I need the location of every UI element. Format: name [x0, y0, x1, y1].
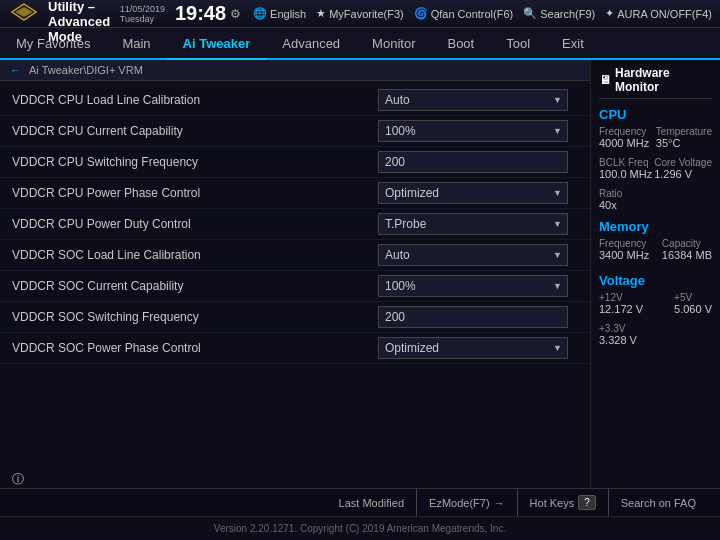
ratio-label: Ratio: [599, 188, 712, 199]
search-label: Search(F9): [540, 8, 595, 20]
mem-cap-label: Capacity: [662, 238, 712, 249]
hotkeys-key: ?: [578, 495, 596, 510]
memory-section-title: Memory: [599, 219, 712, 234]
star-icon: ★: [316, 7, 326, 20]
core-voltage-label: Core Voltage: [654, 157, 712, 168]
ezmode-item[interactable]: EzMode(F7) →: [417, 489, 518, 516]
mem-freq-pair: Frequency 3400 MHz: [599, 238, 649, 261]
last-modified-item: Last Modified: [327, 489, 417, 516]
footer-bar: Version 2.20.1271. Copyright (C) 2019 Am…: [0, 516, 720, 540]
cpu-freq-pair: Frequency 4000 MHz: [599, 126, 649, 149]
setting-input-7[interactable]: [378, 306, 568, 328]
hw-monitor-header: 🖥 Hardware Monitor: [599, 66, 712, 99]
globe-icon: 🌐: [253, 7, 267, 20]
v5-pair: +5V 5.060 V: [674, 292, 712, 315]
ezmode-label: EzMode(F7): [429, 497, 490, 509]
qfan-button[interactable]: 🌀 Qfan Control(F6): [414, 7, 514, 20]
cpu-temp-value: 35°C: [656, 137, 712, 149]
setting-label-1: VDDCR CPU Current Capability: [12, 124, 378, 138]
searchfaq-label: Search on FAQ: [621, 497, 696, 509]
version-text: Version 2.20.1271. Copyright (C) 2019 Am…: [214, 523, 506, 534]
core-voltage-value: 1.296 V: [654, 168, 712, 180]
select-wrapper-5: AutoLevel 1Level 2Level 3Level 4: [378, 244, 568, 266]
header-bar: UEFI BIOS Utility – Advanced Mode 11/05/…: [0, 0, 720, 28]
cpu-freq-label: Frequency: [599, 126, 649, 137]
setting-row: VDDCR CPU Load Line CalibrationAutoLevel…: [0, 85, 590, 116]
setting-row: VDDCR SOC Current Capability100%110%120%…: [0, 271, 590, 302]
aura-button[interactable]: ✦ AURA ON/OFF(F4): [605, 7, 712, 20]
setting-row: VDDCR SOC Switching Frequency: [0, 302, 590, 333]
setting-input-2[interactable]: [378, 151, 568, 173]
info-circle[interactable]: ⓘ: [12, 471, 24, 488]
cpu-section-title: CPU: [599, 107, 712, 122]
setting-row: VDDCR CPU Switching Frequency: [0, 147, 590, 178]
breadcrumb: ← Ai Tweaker\DIGI+ VRM: [0, 60, 590, 81]
select-wrapper-1: 100%110%120%130%140%: [378, 120, 568, 142]
core-voltage-pair: Core Voltage 1.296 V: [654, 157, 712, 180]
left-panel: ← Ai Tweaker\DIGI+ VRM VDDCR CPU Load Li…: [0, 60, 590, 488]
qfan-label: Qfan Control(F6): [431, 8, 514, 20]
time-display: 19:48: [175, 2, 226, 25]
myfavorites-button[interactable]: ★ MyFavorite(F3): [316, 7, 404, 20]
back-arrow-icon[interactable]: ←: [10, 64, 21, 76]
aura-label: AURA ON/OFF(F4): [617, 8, 712, 20]
language-selector[interactable]: 🌐 English: [253, 7, 306, 20]
setting-select-3[interactable]: OptimizedExtremeManual: [378, 182, 568, 204]
setting-row: VDDCR CPU Power Duty ControlT.ProbeExtre…: [0, 209, 590, 240]
v33-pair: +3.3V 3.328 V: [599, 323, 712, 346]
setting-select-4[interactable]: T.ProbeExtreme: [378, 213, 568, 235]
nav-item-boot[interactable]: Boot: [431, 28, 490, 60]
select-wrapper-0: AutoLevel 1Level 2Level 3Level 4Level 5L…: [378, 89, 568, 111]
cpu-bclk-row: BCLK Freq 100.0 MHz Core Voltage 1.296 V: [599, 157, 712, 184]
v5-label: +5V: [674, 292, 712, 303]
setting-select-5[interactable]: AutoLevel 1Level 2Level 3Level 4: [378, 244, 568, 266]
nav-item-exit[interactable]: Exit: [546, 28, 600, 60]
language-label: English: [270, 8, 306, 20]
ratio-pair: Ratio 40x: [599, 188, 712, 211]
v12-label: +12V: [599, 292, 643, 303]
hotkeys-label: Hot Keys: [530, 497, 575, 509]
monitor-icon: 🖥: [599, 73, 611, 87]
v33-label: +3.3V: [599, 323, 712, 334]
asus-logo: [8, 2, 40, 25]
v33-value: 3.328 V: [599, 334, 712, 346]
nav-item-monitor[interactable]: Monitor: [356, 28, 431, 60]
nav-item-tool[interactable]: Tool: [490, 28, 546, 60]
search-button[interactable]: 🔍 Search(F9): [523, 7, 595, 20]
setting-select-1[interactable]: 100%110%120%130%140%: [378, 120, 568, 142]
setting-label-7: VDDCR SOC Switching Frequency: [12, 310, 378, 324]
select-wrapper-8: OptimizedExtremeManual: [378, 337, 568, 359]
myfavorites-label: MyFavorite(F3): [329, 8, 404, 20]
setting-label-8: VDDCR SOC Power Phase Control: [12, 341, 378, 355]
cpu-temp-label: Temperature: [656, 126, 712, 137]
setting-row: VDDCR CPU Power Phase ControlOptimizedEx…: [0, 178, 590, 209]
setting-label-5: VDDCR SOC Load Line Calibration: [12, 248, 378, 262]
day-display: Tuesday: [120, 14, 165, 24]
setting-select-8[interactable]: OptimizedExtremeManual: [378, 337, 568, 359]
nav-item-myfavorites[interactable]: My Favorites: [0, 28, 106, 60]
date-time-block: 11/05/2019 Tuesday: [120, 4, 165, 24]
v5-value: 5.060 V: [674, 303, 712, 315]
settings-gear-icon[interactable]: ⚙: [230, 7, 241, 21]
bclk-value: 100.0 MHz: [599, 168, 652, 180]
setting-row: VDDCR SOC Power Phase ControlOptimizedEx…: [0, 333, 590, 364]
header-icons: 🌐 English ★ MyFavorite(F3) 🌀 Qfan Contro…: [253, 7, 712, 20]
mem-cap-pair: Capacity 16384 MB: [662, 238, 712, 261]
hotkeys-item[interactable]: Hot Keys ?: [518, 489, 609, 516]
setting-select-6[interactable]: 100%110%120%130%: [378, 275, 568, 297]
nav-item-advanced[interactable]: Advanced: [266, 28, 356, 60]
nav-item-aitweaker[interactable]: Ai Tweaker: [167, 28, 267, 60]
search-faq-item[interactable]: Search on FAQ: [609, 489, 708, 516]
cpu-freq-value: 4000 MHz: [599, 137, 649, 149]
setting-label-3: VDDCR CPU Power Phase Control: [12, 186, 378, 200]
nav-item-main[interactable]: Main: [106, 28, 166, 60]
select-wrapper-4: T.ProbeExtreme: [378, 213, 568, 235]
date-display: 11/05/2019: [120, 4, 165, 14]
status-bar: ⓘ Last Modified EzMode(F7) → Hot Keys ? …: [0, 488, 720, 516]
select-wrapper-3: OptimizedExtremeManual: [378, 182, 568, 204]
mem-row: Frequency 3400 MHz Capacity 16384 MB: [599, 238, 712, 265]
select-wrapper-6: 100%110%120%130%: [378, 275, 568, 297]
settings-list: VDDCR CPU Load Line CalibrationAutoLevel…: [0, 81, 590, 368]
search-icon: 🔍: [523, 7, 537, 20]
setting-select-0[interactable]: AutoLevel 1Level 2Level 3Level 4Level 5L…: [378, 89, 568, 111]
